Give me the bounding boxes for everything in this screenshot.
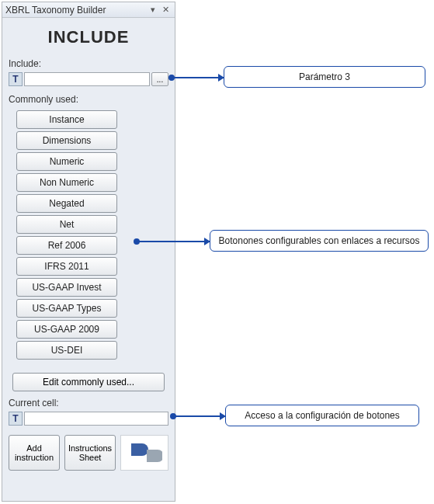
logo xyxy=(120,435,168,471)
common-btn-dimensions[interactable]: Dimensions xyxy=(16,131,117,150)
common-btn-us-gaap-2009[interactable]: US-GAAP 2009 xyxy=(16,320,117,339)
common-btn-numeric[interactable]: Numeric xyxy=(16,152,117,171)
include-label: Include: xyxy=(2,57,175,71)
text-type-icon: T xyxy=(9,412,23,426)
logo-icon xyxy=(127,439,162,467)
common-btn-us-dei[interactable]: US-DEI xyxy=(16,341,117,360)
taxonomy-builder-panel: XBRL Taxonomy Builder ▾ ✕ INCLUDE Includ… xyxy=(2,2,175,502)
text-type-icon: T xyxy=(9,72,23,86)
callout-connector xyxy=(171,77,224,78)
common-btn-ref-2006[interactable]: Ref 2006 xyxy=(16,236,117,255)
window-title: XBRL Taxonomy Builder xyxy=(5,5,147,16)
close-icon[interactable]: ✕ xyxy=(159,5,172,16)
callout-connector xyxy=(172,415,225,417)
common-btn-negated[interactable]: Negated xyxy=(16,194,117,213)
titlebar: XBRL Taxonomy Builder ▾ ✕ xyxy=(2,2,175,18)
callout-text: Botonones configurables con enlaces a re… xyxy=(219,235,420,246)
edit-commonly-used-button[interactable]: Edit commonly used... xyxy=(12,373,165,391)
common-btn-us-gaap-types[interactable]: US-GAAP Types xyxy=(16,299,117,318)
callout-edit: Acceso a la configuración de botones xyxy=(225,405,419,426)
common-btn-us-gaap-invest[interactable]: US-GAAP Invest xyxy=(16,278,117,297)
callout-text: Parámetro 3 xyxy=(299,71,350,82)
callout-text: Acceso a la configuración de botones xyxy=(245,410,399,421)
include-row: T ... xyxy=(2,71,175,92)
common-btn-ifrs-2011[interactable]: IFRS 2011 xyxy=(16,257,117,276)
add-instruction-button[interactable]: Add instruction xyxy=(9,435,60,471)
instructions-sheet-button[interactable]: Instructions Sheet xyxy=(64,435,116,471)
current-cell-input[interactable] xyxy=(24,412,168,426)
current-cell-label: Current cell: xyxy=(2,396,175,410)
commonly-used-label: Commonly used: xyxy=(2,92,175,106)
common-btn-net[interactable]: Net xyxy=(16,215,117,234)
bottom-row: Add instruction Instructions Sheet xyxy=(2,432,175,477)
dropdown-icon[interactable]: ▾ xyxy=(147,5,159,16)
page-heading: INCLUDE xyxy=(2,18,175,57)
common-btn-instance[interactable]: Instance xyxy=(16,110,117,129)
callout-connector xyxy=(136,241,210,242)
common-btn-non-numeric[interactable]: Non Numeric xyxy=(16,173,117,192)
browse-button[interactable]: ... xyxy=(151,72,168,86)
callout-buttons: Botonones configurables con enlaces a re… xyxy=(210,230,429,252)
callout-param3: Parámetro 3 xyxy=(224,66,425,88)
current-cell-row: T xyxy=(2,410,175,432)
include-input[interactable] xyxy=(24,72,150,86)
commonly-used-buttons: Instance Dimensions Numeric Non Numeric … xyxy=(2,106,175,363)
